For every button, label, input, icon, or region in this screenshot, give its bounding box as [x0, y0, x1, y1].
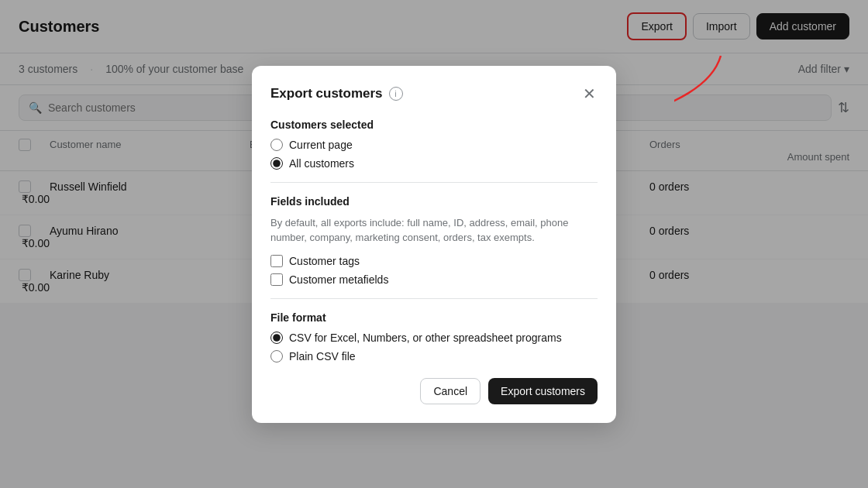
- customers-selected-title: Customers selected: [270, 119, 598, 131]
- fields-included-section: Fields included By default, all exports …: [270, 195, 598, 286]
- current-page-radio[interactable]: [270, 139, 283, 151]
- csv-excel-radio[interactable]: [270, 332, 283, 344]
- customer-metafields-option[interactable]: Customer metafields: [270, 273, 598, 286]
- fields-included-title: Fields included: [270, 195, 598, 208]
- section-divider-1: [270, 182, 598, 183]
- customer-tags-label: Customer tags: [289, 255, 360, 267]
- customer-metafields-label: Customer metafields: [289, 273, 388, 286]
- file-format-title: File format: [270, 311, 598, 324]
- modal-title: Export customers: [270, 86, 383, 101]
- cancel-button[interactable]: Cancel: [420, 378, 480, 404]
- current-page-option[interactable]: Current page: [270, 139, 598, 151]
- file-format-section: File format CSV for Excel, Numbers, or o…: [270, 311, 598, 363]
- plain-csv-option[interactable]: Plain CSV file: [270, 350, 598, 363]
- all-customers-label: All customers: [289, 157, 354, 170]
- export-customers-button[interactable]: Export customers: [488, 378, 598, 404]
- export-modal: Export customers i ✕ Customers selected …: [252, 66, 616, 423]
- plain-csv-label: Plain CSV file: [289, 350, 356, 363]
- customer-tags-option[interactable]: Customer tags: [270, 255, 598, 267]
- customer-metafields-checkbox[interactable]: [270, 273, 283, 286]
- customers-selected-section: Customers selected Current page All cust…: [270, 119, 598, 170]
- plain-csv-radio[interactable]: [270, 350, 283, 363]
- current-page-label: Current page: [289, 139, 353, 151]
- page-container: Customers Export Import Add customer 3 c…: [0, 0, 868, 488]
- modal-header: Export customers i ✕: [270, 84, 598, 103]
- info-icon[interactable]: i: [389, 87, 403, 101]
- modal-title-wrap: Export customers i: [270, 86, 403, 101]
- modal-overlay: Export customers i ✕ Customers selected …: [0, 0, 868, 488]
- customer-tags-checkbox[interactable]: [270, 255, 283, 267]
- all-customers-option[interactable]: All customers: [270, 157, 598, 170]
- close-button[interactable]: ✕: [581, 84, 598, 103]
- section-divider-2: [270, 298, 598, 299]
- all-customers-radio[interactable]: [270, 157, 283, 170]
- fields-description: By default, all exports include: full na…: [270, 215, 598, 246]
- csv-excel-option[interactable]: CSV for Excel, Numbers, or other spreads…: [270, 332, 598, 344]
- modal-footer: Cancel Export customers: [270, 378, 598, 404]
- csv-excel-label: CSV for Excel, Numbers, or other spreads…: [289, 332, 562, 344]
